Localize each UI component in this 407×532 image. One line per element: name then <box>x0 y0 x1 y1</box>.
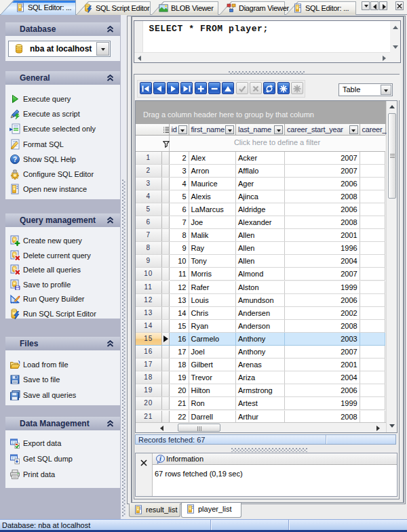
svg-text:?: ? <box>13 155 17 163</box>
svg-text:i: i <box>159 455 161 462</box>
